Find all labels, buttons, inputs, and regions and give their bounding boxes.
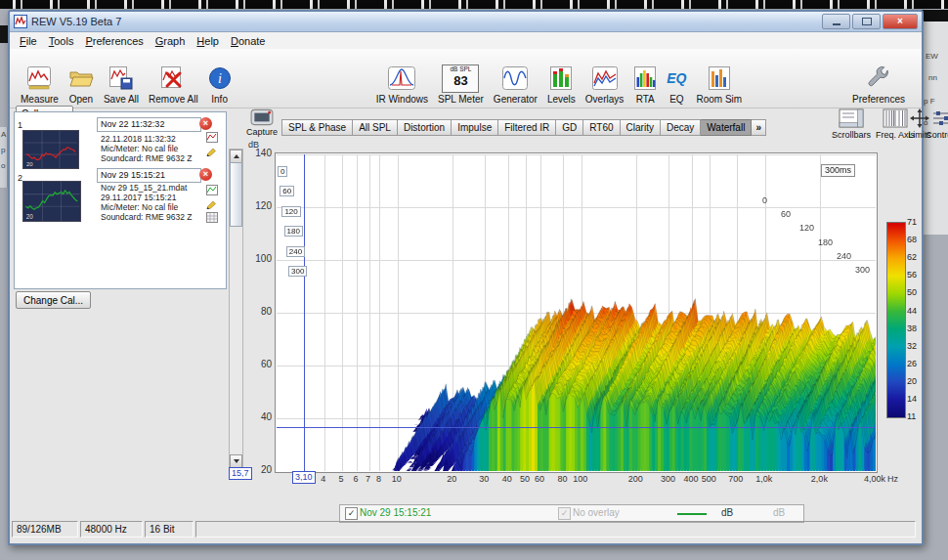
menu-file[interactable]: File (14, 34, 43, 48)
measurement-datetime: 22.11.2018 11:32:32 (101, 134, 176, 144)
room-sim-button[interactable]: Room Sim (691, 53, 747, 106)
overlay-checkbox[interactable]: ✓ (558, 507, 571, 520)
menu-graph[interactable]: Graph (150, 34, 192, 48)
scroll-down-button[interactable] (230, 454, 242, 468)
svg-text:20: 20 (26, 213, 34, 220)
triangle-down-icon (234, 459, 239, 463)
tab-clarity[interactable]: Clarity (621, 119, 661, 136)
scrollbar-thumb[interactable] (230, 162, 242, 227)
generator-button[interactable]: Generator (489, 53, 542, 106)
background-window-fragment (920, 10, 948, 22)
menu-donate[interactable]: Donate (225, 34, 271, 48)
ttick-left: 180 (284, 226, 303, 237)
waterfall-plot (275, 152, 878, 473)
measurement-thumb-0[interactable]: 20 (22, 130, 79, 169)
tab-impulse[interactable]: Impulse (452, 119, 498, 136)
bg-text: o (1, 162, 5, 170)
levels-button[interactable]: Levels (542, 53, 581, 106)
overlays-icon (591, 64, 619, 93)
rta-icon (633, 64, 657, 93)
ytick: 80 (244, 306, 272, 317)
toolbar-label: Info (211, 94, 228, 105)
xtick: 10 (392, 474, 402, 484)
close-button[interactable]: × (883, 14, 918, 29)
minimize-button[interactable] (822, 14, 850, 29)
measurement-title[interactable]: Nov 29 15:15:21 (97, 168, 201, 183)
eq-icon: EQ (667, 64, 686, 93)
open-button[interactable]: Open (64, 53, 99, 106)
change-cal-label: Change Cal... (23, 295, 83, 306)
toolbar-label: Remove All (149, 94, 198, 105)
xtick: 40 (502, 474, 512, 484)
ytick: 100 (244, 253, 272, 264)
tab-decay[interactable]: Decay (661, 119, 701, 136)
waterfall-canvas[interactable] (277, 154, 876, 471)
ir-windows-button[interactable]: IR Windows (371, 53, 433, 106)
info-icon: i (208, 64, 232, 93)
info-button[interactable]: i Info (203, 53, 237, 106)
sidebar-scrollbar[interactable] (229, 149, 243, 469)
remove-measurement-button[interactable]: × (199, 117, 212, 130)
edit-pencil-icon[interactable] (206, 198, 218, 209)
background-window-fragment: A p o (0, 127, 8, 188)
scroll-up-button[interactable] (230, 150, 242, 163)
ttick-right: 300 (855, 265, 870, 275)
ttick-right: 0 (762, 195, 767, 205)
menu-tools[interactable]: Tools (43, 34, 80, 48)
tab-spl-phase[interactable]: SPL & Phase (281, 119, 353, 136)
xtick: 80 (557, 474, 567, 484)
menu-help[interactable]: Help (191, 34, 225, 48)
trace-icon[interactable] (206, 132, 218, 143)
cal-grid-icon[interactable] (206, 212, 218, 223)
controls-button[interactable]: Controls (926, 108, 948, 140)
scale-label: 56 (907, 270, 917, 280)
measurement-thumb-1[interactable]: 20 (22, 181, 81, 222)
measurement-filename: Nov 29 15_15_21.mdat (101, 183, 187, 193)
measurement-title[interactable]: Nov 22 11:32:32 (97, 117, 201, 132)
trace-checkbox[interactable]: ✓ (345, 507, 358, 520)
eq-button[interactable]: EQ EQ (662, 53, 691, 106)
toolbar-label: EQ (669, 94, 683, 105)
status-bar: 89/126MB 48000 Hz 16 Bit (12, 521, 916, 538)
tab-distortion[interactable]: Distortion (398, 119, 452, 136)
title-bar[interactable]: REW V5.19 Beta 7 × (10, 12, 922, 32)
ytick: 40 (244, 411, 272, 422)
svg-text:20: 20 (26, 161, 33, 167)
maximize-button[interactable] (852, 14, 881, 29)
menu-preferences[interactable]: Preferences (79, 34, 149, 48)
save-all-button[interactable]: Save All (99, 53, 144, 106)
app-icon (14, 15, 27, 28)
xtick: 2,0k (811, 474, 828, 484)
trace-name: Nov 29 15:15:21 (360, 507, 431, 518)
toolbar-label: Preferences (852, 94, 905, 105)
remove-all-button[interactable]: Remove All (144, 53, 203, 106)
toolbar-label: Save All (104, 94, 139, 105)
controls-icon (931, 108, 948, 129)
scale-label: 71 (907, 217, 917, 227)
spl-meter-unit: dB SPL (443, 65, 478, 73)
spl-meter-button[interactable]: dB SPL83 SPL Meter (433, 53, 489, 106)
remove-measurement-button[interactable]: × (199, 168, 212, 181)
change-cal-button[interactable]: Change Cal... (16, 291, 91, 309)
preferences-button[interactable]: Preferences (847, 53, 910, 106)
toolbar-label: Room Sim (696, 94, 742, 105)
scale-label: 20 (907, 376, 917, 386)
tab-all-spl[interactable]: All SPL (353, 119, 398, 136)
tabs-overflow-button[interactable]: » (752, 119, 766, 136)
edit-pencil-icon[interactable] (206, 146, 218, 156)
tab-gd[interactable]: GD (556, 119, 583, 136)
xunit: Hz (887, 474, 898, 484)
tab-waterfall[interactable]: Waterfall (701, 119, 752, 136)
ttick-right: 120 (799, 223, 814, 233)
measure-button[interactable]: Measure (16, 53, 64, 106)
ttick-right: 60 (781, 209, 791, 219)
scrollbars-button[interactable]: Scrollbars (829, 108, 874, 140)
tab-rt60[interactable]: RT60 (583, 119, 620, 136)
toolbar: Measure Open Save All Remove All i Info (10, 49, 922, 108)
xtick: 500 (702, 474, 716, 484)
overlays-button[interactable]: Overlays (581, 53, 628, 106)
rta-button[interactable]: RTA (628, 53, 662, 106)
trace-icon[interactable] (206, 185, 218, 195)
tab-filtered-ir[interactable]: Filtered IR (498, 119, 556, 136)
open-folder-icon (68, 64, 94, 93)
